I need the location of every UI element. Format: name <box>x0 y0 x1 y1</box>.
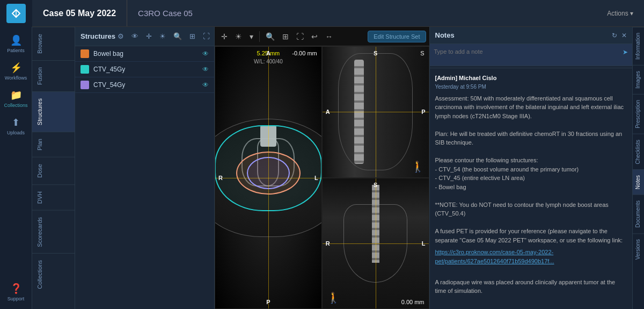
structure-name-bowel: Bowel bag <box>93 50 202 58</box>
notes-header: Notes ↻ ✕ <box>430 27 633 44</box>
structure-visibility-ctv45[interactable]: 👁 <box>202 66 209 73</box>
right-tab-images[interactable]: Images <box>633 65 644 94</box>
actions-button[interactable]: Actions ▾ <box>596 10 644 17</box>
sidebar-item-patients[interactable]: 👤 Patients <box>2 31 30 56</box>
structure-name-ctv54: CTV_54Gy <box>93 81 202 89</box>
tool-zoom[interactable]: 🔍 <box>262 31 278 42</box>
notes-title: Notes <box>435 31 455 39</box>
right-panel: Notes ↻ ✕ ➤ [Admin] Michael Cislo Yester… <box>429 27 645 309</box>
notes-header-icons: ↻ ✕ <box>612 32 627 39</box>
left-sidebar: 👤 Patients ⚡ Workflows 📁 Collections ⬆ U… <box>0 27 32 309</box>
viewport-axial[interactable]: 5.25 mm W/L: 400/40 -0.00 mm A P R L <box>215 46 322 309</box>
notes-send-icon[interactable]: ➤ <box>623 48 628 56</box>
sidebar-item-collections-label: Collections <box>4 103 27 108</box>
sidebar-item-uploads-label: Uploads <box>7 130 25 135</box>
notes-close-icon[interactable]: ✕ <box>621 32 627 39</box>
structure-row-ctv54[interactable]: CTV_54Gy 👁 <box>75 77 214 93</box>
structure-color-ctv54 <box>80 81 89 89</box>
ct-axial-image <box>215 47 321 308</box>
label-left-axial: R <box>218 175 223 181</box>
tool-resize[interactable]: ↔ <box>322 31 336 42</box>
toolbar-divider-1 <box>259 31 260 42</box>
structures-header: Structures ⚙ 👁 ✛ ☀ 🔍 ⊞ ⛶ ↩ ↔ <box>75 27 214 46</box>
right-tab-documents[interactable]: Documents <box>633 195 644 233</box>
structures-crosshair-btn[interactable]: ✛ <box>144 31 154 41</box>
sidebar-item-workflows[interactable]: ⚡ Workflows <box>2 59 30 84</box>
label-top-axial: A <box>266 50 270 56</box>
structures-brightness-btn[interactable]: ☀ <box>157 31 168 41</box>
structure-name-ctv45: CTV_45Gy <box>93 66 202 73</box>
label-top-sag: S <box>374 50 377 56</box>
tab-collections[interactable]: Collections <box>32 253 75 296</box>
structures-panel: Structures ⚙ 👁 ✛ ☀ 🔍 ⊞ ⛶ ↩ ↔ Bowel bag 👁 <box>75 27 215 309</box>
tab-dvh[interactable]: DVH <box>32 184 75 210</box>
notes-body: [Admin] Michael Cislo Yesterday at 9:56 … <box>430 68 633 309</box>
structures-expand-btn[interactable]: ⛶ <box>201 31 212 41</box>
coord-bottom-right: 0.00 mm <box>401 299 425 305</box>
tool-brightness[interactable]: ☀ <box>232 31 245 42</box>
label-right-cor: L <box>422 240 426 247</box>
tool-reset[interactable]: ↩ <box>308 31 321 42</box>
right-tab-checklists[interactable]: Checklists <box>633 134 644 170</box>
right-tab-notes[interactable]: Notes <box>633 169 644 195</box>
sidebar-item-collections[interactable]: 📁 Collections <box>2 86 30 111</box>
structures-search-btn[interactable]: 🔍 <box>171 31 184 41</box>
viewport-coronal[interactable]: S R L 0.00 mm 🚶 <box>322 178 429 310</box>
label-bottom-axial: P <box>266 299 270 305</box>
pos-top-right: -0.00 mm <box>292 50 317 56</box>
logo <box>0 0 32 27</box>
tool-brightness-arrow[interactable]: ▾ <box>246 31 257 42</box>
tab-dose[interactable]: Dose <box>32 157 75 184</box>
right-tab-prescription[interactable]: Prescription <box>633 94 644 134</box>
tab-plan[interactable]: Plan <box>32 132 75 157</box>
viewer-area: 5.25 mm W/L: 400/40 -0.00 mm A P R L <box>215 46 429 309</box>
structure-visibility-bowel[interactable]: 👁 <box>202 50 209 58</box>
structures-grid-btn[interactable]: ⊞ <box>187 31 197 41</box>
ct-sagittal-image <box>323 47 429 177</box>
notes-input-container: ➤ <box>430 44 633 68</box>
structure-color-bowel <box>80 49 89 58</box>
note-time: Yesterday at 9:56 PM <box>435 83 627 91</box>
edit-structure-set-button[interactable]: Edit Structure Set <box>368 31 426 42</box>
note-link[interactable]: https://c3ro.proknow.com/case-05-may-202… <box>435 249 554 264</box>
structure-row-bowel[interactable]: Bowel bag 👁 <box>75 46 214 62</box>
left-tab-panel: Browse Fusion Structures Plan Dose DVH S… <box>32 27 75 309</box>
crosshair-vertical <box>268 47 269 308</box>
tab-structures[interactable]: Structures <box>32 91 75 132</box>
label-left-sag: A <box>326 109 330 115</box>
right-tab-versions[interactable]: Versions <box>633 233 644 265</box>
label-right-sag: P <box>421 109 425 115</box>
cor-crosshair-v <box>376 178 376 309</box>
viewer-toolbar: ✛ ☀ ▾ 🔍 ⊞ ⛶ ↩ ↔ Edit Structure Set <box>215 27 429 46</box>
notes-input[interactable] <box>430 44 633 66</box>
sidebar-item-support[interactable]: ❓ Support <box>2 279 30 305</box>
tab-scorecards[interactable]: Scorecards <box>32 210 75 254</box>
right-side-tabs: Information Images Prescription Checklis… <box>632 27 644 309</box>
label-right-axial: L <box>314 175 318 181</box>
tab-fusion[interactable]: Fusion <box>32 60 75 91</box>
logo-icon <box>6 4 26 23</box>
ct-coronal-image <box>323 178 429 309</box>
right-tab-information[interactable]: Information <box>633 27 644 65</box>
tool-fullscreen[interactable]: ⛶ <box>293 31 307 42</box>
tool-pan[interactable]: ⊞ <box>279 31 292 42</box>
structure-row-ctv45[interactable]: CTV_45Gy 👁 <box>75 62 214 77</box>
label-left-cor: R <box>326 240 330 247</box>
notes-refresh-icon[interactable]: ↻ <box>612 32 617 39</box>
patients-icon: 👤 <box>10 34 22 46</box>
sag-crosshair-v <box>376 47 376 177</box>
viewport-sagittal[interactable]: S A P S 🚶 <box>322 46 429 178</box>
structures-settings-btn[interactable]: ⚙ <box>115 31 126 41</box>
label-top-cor: S <box>374 182 377 188</box>
tool-crosshair[interactable]: ✛ <box>218 31 231 42</box>
orientation-icon-sag: 🚶 <box>411 160 425 173</box>
viewer-panel: ✛ ☀ ▾ 🔍 ⊞ ⛶ ↩ ↔ Edit Structure Set <box>215 27 429 309</box>
structure-visibility-ctv54[interactable]: 👁 <box>202 81 209 89</box>
structures-visibility-btn[interactable]: 👁 <box>129 31 141 41</box>
collections-icon: 📁 <box>10 89 22 101</box>
sidebar-item-uploads[interactable]: ⬆ Uploads <box>2 113 30 139</box>
header-case-label: Case 05 May 2022 <box>32 0 127 26</box>
header: Case 05 May 2022 C3RO Case 05 Actions ▾ <box>0 0 644 27</box>
tab-browse[interactable]: Browse <box>32 27 75 60</box>
orientation-icon-cor: 🚶 <box>327 291 340 304</box>
